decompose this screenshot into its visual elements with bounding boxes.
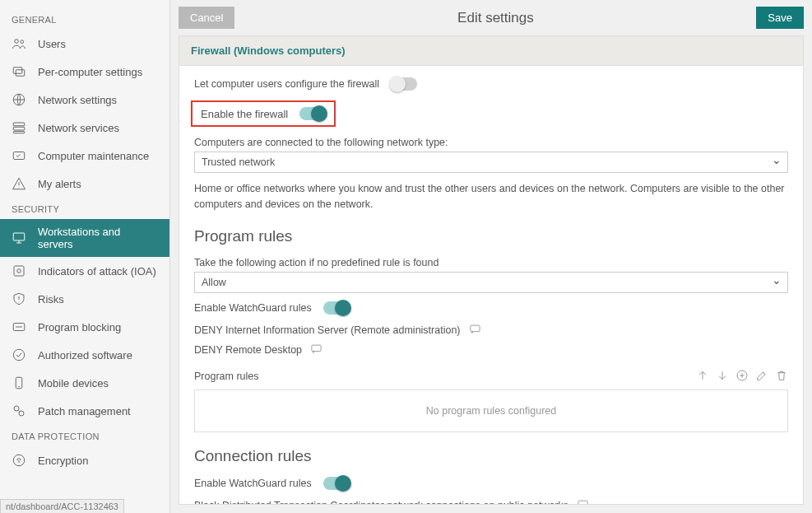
sidebar-item-label: Mobile devices — [38, 377, 109, 389]
delete-icon[interactable] — [775, 369, 788, 385]
svg-rect-18 — [470, 325, 479, 332]
comment-icon[interactable] — [577, 498, 589, 506]
svg-point-13 — [13, 349, 25, 361]
sidebar-item-label: Program blocking — [38, 321, 121, 333]
sidebar-item-label: Network settings — [38, 94, 117, 106]
comment-icon[interactable] — [469, 323, 481, 338]
add-icon[interactable] — [735, 369, 749, 385]
let-users-configure-label: Let computer users configure the firewal… — [194, 78, 379, 90]
default-action-select[interactable]: Allow — [194, 272, 788, 293]
svg-point-1 — [21, 40, 24, 44]
main: Cancel Edit settings Save Firewall (Wind… — [170, 0, 812, 513]
svg-rect-10 — [14, 266, 24, 276]
enable-wg-rules-toggle[interactable] — [323, 301, 350, 315]
default-action-label: Take the following action if no predefin… — [194, 257, 788, 268]
sidebar-item-label: Computer maintenance — [38, 150, 149, 162]
program-rules-title: Program rules — [194, 227, 788, 245]
sidebar-item-label: Network services — [38, 122, 119, 134]
computers-icon — [12, 64, 26, 79]
svg-rect-9 — [13, 233, 25, 240]
block-icon — [12, 319, 26, 334]
monitor-icon — [12, 231, 26, 245]
sidebar-item-label: Users — [38, 38, 66, 50]
mobile-icon — [12, 375, 26, 390]
svg-rect-7 — [13, 132, 25, 133]
check-circle-icon — [12, 347, 26, 362]
section-header-data-protection: DATA PROTECTION — [0, 425, 169, 446]
sidebar-item-label: Risks — [38, 293, 64, 305]
svg-point-15 — [14, 406, 19, 411]
alert-icon — [12, 176, 26, 191]
svg-point-11 — [17, 269, 21, 273]
move-down-icon[interactable] — [716, 369, 729, 385]
section-header-general: GENERAL — [0, 8, 169, 30]
sidebar-item-mobile-devices[interactable]: Mobile devices — [0, 369, 169, 397]
sidebar-item-computer-maintenance[interactable]: Computer maintenance — [0, 142, 169, 170]
connection-rules-title: Connection rules — [194, 447, 788, 465]
program-rule-item: DENY Remote Desktop — [194, 343, 788, 357]
content: Firewall (Windows computers) Let compute… — [179, 35, 804, 505]
sidebar-item-workstations[interactable]: Workstations and servers — [0, 219, 169, 257]
server-icon — [12, 120, 26, 135]
sidebar-item-per-computer[interactable]: Per-computer settings — [0, 58, 169, 86]
sidebar-item-label: Indicators of attack (IOA) — [38, 265, 156, 277]
panel-header-firewall: Firewall (Windows computers) — [179, 36, 803, 66]
program-rules-empty: No program rules configured — [194, 389, 788, 432]
sidebar-item-label: Workstations and servers — [38, 226, 158, 250]
cancel-button[interactable]: Cancel — [179, 7, 234, 29]
enable-wg-rules-label: Enable WatchGuard rules — [194, 302, 312, 314]
svg-rect-21 — [578, 501, 587, 505]
users-icon — [12, 36, 26, 51]
topbar: Cancel Edit settings Save — [170, 0, 812, 35]
program-rule-item: DENY Internet Information Server (Remote… — [194, 323, 788, 338]
svg-rect-2 — [13, 68, 22, 74]
sidebar-item-my-alerts[interactable]: My alerts — [0, 170, 169, 198]
svg-point-16 — [19, 411, 24, 416]
encryption-icon — [12, 453, 26, 468]
rule-text: DENY Remote Desktop — [194, 344, 302, 356]
conn-enable-wg-rules-label: Enable WatchGuard rules — [194, 478, 312, 489]
network-type-select[interactable]: Trusted network — [194, 152, 788, 173]
status-bar: nt/dashboard/ACC-1132463 — [0, 499, 124, 513]
sidebar-item-network-settings[interactable]: Network settings — [0, 86, 169, 114]
svg-rect-6 — [13, 127, 25, 130]
patch-icon — [12, 403, 26, 418]
sidebar-item-ioa[interactable]: Indicators of attack (IOA) — [0, 257, 169, 285]
sidebar-item-label: Authorized software — [38, 349, 132, 361]
svg-point-0 — [15, 40, 19, 44]
section-header-security: SECURITY — [0, 198, 169, 219]
enable-firewall-toggle[interactable] — [299, 107, 326, 120]
sidebar-item-risks[interactable]: Risks — [0, 285, 169, 313]
let-users-configure-toggle[interactable] — [391, 77, 417, 91]
svg-rect-19 — [312, 345, 321, 352]
globe-icon — [12, 92, 26, 107]
sidebar-item-label: Encryption — [38, 455, 88, 467]
rule-text: DENY Internet Information Server (Remote… — [194, 324, 461, 336]
sidebar-item-users[interactable]: Users — [0, 30, 169, 58]
network-type-help: Home or office networks where you know a… — [194, 181, 788, 212]
enable-firewall-label: Enable the firewall — [201, 108, 288, 120]
sidebar-item-network-services[interactable]: Network services — [0, 114, 169, 142]
sidebar-item-label: Patch management — [38, 405, 131, 417]
program-rules-list-label: Program rules — [194, 371, 259, 382]
svg-rect-5 — [13, 123, 25, 126]
page-title: Edit settings — [234, 10, 756, 26]
edit-icon[interactable] — [755, 369, 768, 385]
move-up-icon[interactable] — [696, 369, 709, 385]
svg-rect-3 — [16, 70, 25, 77]
sidebar-item-authorized-software[interactable]: Authorized software — [0, 341, 169, 369]
rule-text: Block Distributed Transaction Coordinato… — [194, 500, 568, 506]
sidebar-item-label: Per-computer settings — [38, 66, 142, 78]
sidebar-item-program-blocking[interactable]: Program blocking — [0, 313, 169, 341]
save-button[interactable]: Save — [756, 7, 804, 29]
shield-icon — [12, 291, 26, 306]
enable-firewall-highlight: Enable the firewall — [191, 100, 336, 127]
conn-enable-wg-rules-toggle[interactable] — [323, 477, 350, 490]
network-type-label: Computers are connected to the following… — [194, 137, 788, 148]
target-icon — [12, 263, 26, 278]
sidebar: GENERAL Users Per-computer settings Netw… — [0, 0, 170, 513]
sidebar-item-patch-management[interactable]: Patch management — [0, 397, 169, 425]
sidebar-item-encryption[interactable]: Encryption — [0, 446, 169, 474]
connection-rule-item: Block Distributed Transaction Coordinato… — [194, 498, 788, 506]
comment-icon[interactable] — [310, 343, 322, 357]
